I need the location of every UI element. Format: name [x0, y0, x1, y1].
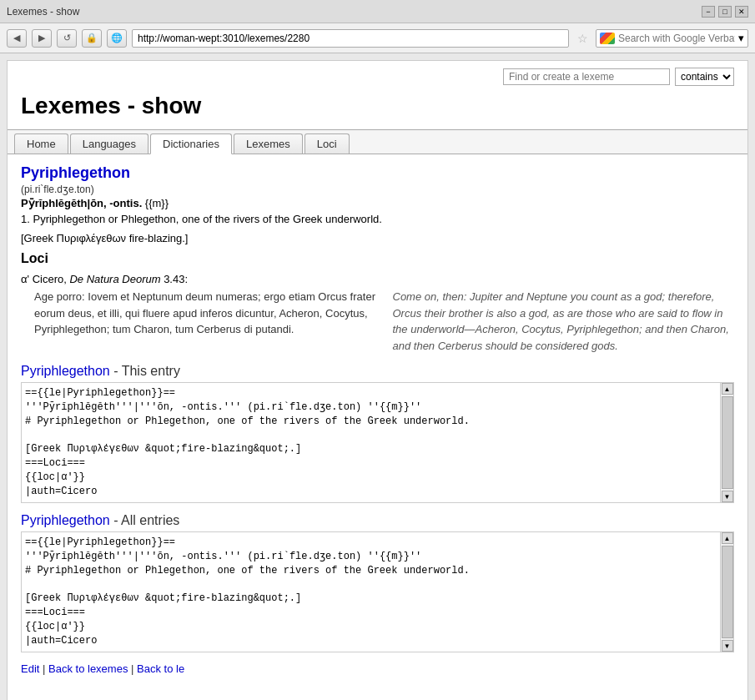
all-entries-textarea-wrapper: =={{le|Pyriphlegethon}}== '''Pȳrĭphlĕgĕt… — [21, 531, 734, 652]
this-entry-title[interactable]: Pyriphlegethon - This entry — [21, 364, 734, 379]
minimize-button[interactable]: − — [702, 6, 715, 18]
lexeme-name[interactable]: Pyriphlegethon — [21, 164, 734, 182]
search-container: ▾ — [596, 29, 748, 48]
all-entries-lexeme: Pyriphlegethon — [21, 513, 110, 527]
this-entry-suffix: - This entry — [110, 364, 180, 378]
this-entry-textarea-wrapper: =={{le|Pyriphlegethon}}== '''Pȳrĭphlĕgĕt… — [21, 382, 734, 503]
definition-line: 1. Pyriphlegethon or Phlegethon, one of … — [21, 213, 734, 225]
forward-button[interactable]: ▶ — [32, 29, 52, 48]
page-wrapper: contains Lexemes - show Home Languages D… — [7, 60, 748, 700]
this-entry-lexeme: Pyriphlegethon — [21, 364, 110, 378]
this-entry-section: Pyriphlegethon - This entry =={{le|Pyrip… — [21, 364, 734, 503]
scroll-up-btn[interactable]: ▲ — [722, 383, 733, 395]
nav-tabs: Home Languages Dictionaries Lexemes Loci — [8, 129, 747, 154]
locus-ref-author: Cicero, — [33, 273, 70, 285]
def-num: 1. — [21, 213, 30, 225]
locus-ref: α' Cicero, De Natura Deorum 3.43: — [21, 273, 734, 285]
headword-suffix: {{m}} — [142, 197, 169, 209]
contains-select[interactable]: contains — [675, 68, 734, 86]
all-entries-title[interactable]: Pyriphlegethon - All entries — [21, 513, 734, 528]
loci-english: Come on, then: Jupiter and Neptune you c… — [393, 289, 735, 354]
loci-latin: Age porro: Iovem et Neptunum deum numera… — [34, 289, 376, 354]
separator-2: | — [131, 662, 137, 675]
back-button[interactable]: ◀ — [7, 29, 27, 48]
back-to-le-link[interactable]: Back to le — [137, 662, 184, 675]
all-entries-scroll-up[interactable]: ▲ — [722, 532, 733, 544]
window-controls: − □ ✕ — [702, 6, 748, 18]
greek-note: [Greek Πυριφλέγεθων fire-blazing.] — [21, 232, 734, 244]
all-entries-scroll-thumb[interactable] — [722, 546, 733, 638]
scroll-thumb[interactable] — [722, 396, 733, 489]
this-entry-textarea[interactable]: =={{le|Pyriphlegethon}}== '''Pȳrĭphlĕgĕt… — [22, 383, 733, 500]
page-header-bar: contains — [8, 61, 747, 93]
close-button[interactable]: ✕ — [735, 6, 748, 18]
def-text: Pyriphlegethon or Phlegethon, one of the… — [33, 213, 381, 225]
restore-button[interactable]: □ — [718, 6, 732, 18]
all-entries-scroll-down[interactable]: ▼ — [722, 640, 733, 652]
all-entries-suffix: - All entries — [110, 513, 180, 527]
search-input[interactable] — [618, 33, 735, 44]
browser-title: Lexemes - show — [7, 6, 79, 18]
scroll-down-btn[interactable]: ▼ — [722, 491, 733, 502]
all-entries-scrollbar[interactable]: ▲ ▼ — [720, 532, 733, 652]
content: Pyriphlegethon (pi.ri`fle.dʒe.ton) Pȳrĭp… — [8, 154, 747, 692]
find-lexeme-input[interactable] — [503, 68, 670, 85]
home-button[interactable]: 🔒 — [82, 29, 102, 48]
tab-languages[interactable]: Languages — [70, 133, 148, 154]
lexeme-headword: Pȳrĭphlĕgĕth|ōn, -ontis. {{m}} — [21, 197, 734, 209]
locus-ref-location: 3.43: — [161, 273, 189, 285]
browser-titlebar: Lexemes - show − □ ✕ — [0, 0, 755, 23]
loci-table: Age porro: Iovem et Neptunum deum numera… — [34, 289, 734, 354]
footer-links: Edit | Back to lexemes | Back to le — [21, 662, 734, 675]
headword-text: Pȳrĭphlĕgĕth|ōn, -ontis. — [21, 197, 142, 209]
location-icon: 🌐 — [107, 29, 127, 48]
this-entry-scrollbar[interactable]: ▲ ▼ — [720, 383, 733, 502]
locus-ref-work: De Natura Deorum — [69, 273, 160, 285]
tab-home[interactable]: Home — [14, 133, 68, 154]
back-to-lexemes-link[interactable]: Back to lexemes — [48, 662, 128, 675]
lexeme-pronunciation: (pi.ri`fle.dʒe.ton) — [21, 184, 734, 195]
edit-link[interactable]: Edit — [21, 662, 39, 675]
layout-note: Layout based on YAML — [8, 692, 747, 700]
tab-dictionaries[interactable]: Dictionaries — [150, 133, 232, 154]
search-dropdown-icon[interactable]: ▾ — [738, 32, 744, 44]
locus-ref-letter: α' — [21, 273, 29, 285]
page-title: Lexemes - show — [8, 93, 747, 129]
search-engine-icon — [600, 33, 615, 44]
address-bar[interactable] — [132, 29, 569, 48]
loci-section: Loci α' Cicero, De Natura Deorum 3.43: A… — [21, 251, 734, 354]
all-entries-textarea[interactable]: =={{le|Pyriphlegethon}}== '''Pȳrĭphlĕgĕt… — [22, 532, 733, 649]
separator-1: | — [43, 662, 48, 675]
loci-section-title: Loci — [21, 251, 734, 266]
all-entries-section: Pyriphlegethon - All entries =={{le|Pyri… — [21, 513, 734, 652]
tab-lexemes[interactable]: Lexemes — [234, 133, 303, 154]
tab-loci[interactable]: Loci — [305, 133, 350, 154]
reload-button[interactable]: ↺ — [57, 29, 77, 48]
browser-toolbar: ◀ ▶ ↺ 🔒 🌐 ☆ ▾ — [0, 23, 755, 53]
bookmark-star[interactable]: ☆ — [574, 30, 591, 47]
